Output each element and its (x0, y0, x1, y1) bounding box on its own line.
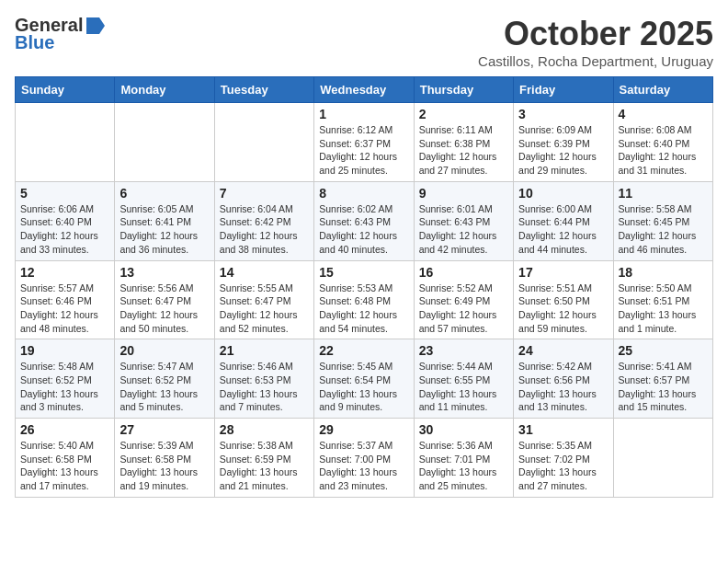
calendar-cell: 3Sunrise: 6:09 AMSunset: 6:39 PMDaylight… (514, 103, 613, 182)
day-number: 29 (319, 422, 408, 437)
day-info: Sunrise: 5:48 AMSunset: 6:52 PMDaylight:… (20, 360, 109, 414)
weekday-header-cell: Sunday (16, 77, 115, 103)
calendar-cell: 8Sunrise: 6:02 AMSunset: 6:43 PMDaylight… (314, 181, 414, 260)
calendar-cell: 30Sunrise: 5:36 AMSunset: 7:01 PMDayligh… (414, 419, 513, 498)
day-number: 27 (119, 422, 209, 437)
day-number: 23 (419, 343, 508, 358)
calendar-cell: 19Sunrise: 5:48 AMSunset: 6:52 PMDayligh… (16, 339, 115, 419)
day-number: 2 (419, 107, 508, 121)
calendar-cell: 2Sunrise: 6:11 AMSunset: 6:38 PMDaylight… (414, 103, 513, 182)
day-info: Sunrise: 5:55 AMSunset: 6:47 PMDaylight:… (220, 282, 309, 336)
day-info: Sunrise: 6:05 AMSunset: 6:41 PMDaylight:… (119, 202, 209, 257)
calendar-cell: 1Sunrise: 6:12 AMSunset: 6:37 PMDaylight… (314, 103, 414, 182)
calendar-cell: 23Sunrise: 5:44 AMSunset: 6:55 PMDayligh… (414, 339, 513, 419)
calendar-cell: 28Sunrise: 5:38 AMSunset: 6:59 PMDayligh… (214, 419, 313, 498)
calendar-cell (115, 103, 214, 182)
day-number: 3 (518, 107, 608, 121)
day-number: 30 (419, 422, 508, 437)
day-number: 24 (518, 343, 608, 358)
calendar-week-row: 19Sunrise: 5:48 AMSunset: 6:52 PMDayligh… (16, 339, 713, 419)
day-number: 12 (20, 265, 109, 280)
calendar-cell: 17Sunrise: 5:51 AMSunset: 6:50 PMDayligh… (514, 260, 613, 339)
calendar-week-row: 5Sunrise: 6:06 AMSunset: 6:40 PMDaylight… (16, 181, 713, 260)
day-info: Sunrise: 6:02 AMSunset: 6:43 PMDaylight:… (319, 202, 408, 257)
weekday-header-cell: Tuesday (214, 77, 313, 103)
day-info: Sunrise: 5:51 AMSunset: 6:50 PMDaylight:… (518, 282, 608, 336)
calendar-cell: 6Sunrise: 6:05 AMSunset: 6:41 PMDaylight… (115, 181, 214, 260)
day-info: Sunrise: 5:53 AMSunset: 6:48 PMDaylight:… (319, 282, 408, 336)
calendar-cell (16, 103, 115, 182)
calendar-cell: 5Sunrise: 6:06 AMSunset: 6:40 PMDaylight… (16, 181, 115, 260)
day-info: Sunrise: 5:57 AMSunset: 6:46 PMDaylight:… (20, 282, 109, 336)
calendar-cell: 7Sunrise: 6:04 AMSunset: 6:42 PMDaylight… (214, 181, 313, 260)
logo-icon (85, 16, 105, 36)
logo: General Blue (15, 15, 105, 53)
calendar-cell: 4Sunrise: 6:08 AMSunset: 6:40 PMDaylight… (613, 103, 712, 182)
svg-marker-0 (86, 17, 105, 34)
calendar-cell: 14Sunrise: 5:55 AMSunset: 6:47 PMDayligh… (214, 260, 313, 339)
calendar-cell: 18Sunrise: 5:50 AMSunset: 6:51 PMDayligh… (613, 260, 712, 339)
day-info: Sunrise: 5:45 AMSunset: 6:54 PMDaylight:… (319, 360, 408, 414)
calendar-cell: 31Sunrise: 5:35 AMSunset: 7:02 PMDayligh… (514, 419, 613, 498)
day-info: Sunrise: 5:52 AMSunset: 6:49 PMDaylight:… (419, 282, 508, 336)
day-number: 20 (119, 343, 209, 358)
day-info: Sunrise: 5:42 AMSunset: 6:56 PMDaylight:… (518, 360, 608, 414)
day-number: 25 (619, 343, 708, 358)
weekday-header-cell: Monday (115, 77, 214, 103)
day-info: Sunrise: 5:40 AMSunset: 6:58 PMDaylight:… (20, 439, 109, 493)
day-number: 15 (319, 265, 408, 280)
day-info: Sunrise: 6:01 AMSunset: 6:43 PMDaylight:… (419, 202, 508, 257)
calendar-cell: 13Sunrise: 5:56 AMSunset: 6:47 PMDayligh… (115, 260, 214, 339)
day-number: 31 (518, 422, 608, 437)
day-info: Sunrise: 5:39 AMSunset: 6:58 PMDaylight:… (119, 439, 209, 493)
calendar-cell: 16Sunrise: 5:52 AMSunset: 6:49 PMDayligh… (414, 260, 513, 339)
page-header: General Blue October 2025 Castillos, Roc… (15, 15, 713, 69)
day-info: Sunrise: 5:38 AMSunset: 6:59 PMDaylight:… (220, 439, 309, 493)
month-title: October 2025 (478, 15, 713, 53)
day-info: Sunrise: 5:56 AMSunset: 6:47 PMDaylight:… (119, 282, 209, 336)
calendar-cell: 26Sunrise: 5:40 AMSunset: 6:58 PMDayligh… (16, 419, 115, 498)
day-number: 22 (319, 343, 408, 358)
day-number: 19 (20, 343, 109, 358)
day-number: 13 (119, 265, 209, 280)
day-number: 16 (419, 265, 508, 280)
day-number: 28 (220, 422, 309, 437)
weekday-header-cell: Saturday (613, 77, 712, 103)
weekday-header-cell: Wednesday (314, 77, 414, 103)
day-info: Sunrise: 6:08 AMSunset: 6:40 PMDaylight:… (619, 123, 708, 178)
weekday-header-cell: Thursday (414, 77, 513, 103)
title-area: October 2025 Castillos, Rocha Department… (478, 15, 713, 69)
day-info: Sunrise: 6:11 AMSunset: 6:38 PMDaylight:… (419, 123, 508, 178)
calendar-cell: 15Sunrise: 5:53 AMSunset: 6:48 PMDayligh… (314, 260, 414, 339)
day-info: Sunrise: 6:00 AMSunset: 6:44 PMDaylight:… (518, 202, 608, 257)
calendar-cell: 10Sunrise: 6:00 AMSunset: 6:44 PMDayligh… (514, 181, 613, 260)
day-number: 1 (319, 107, 408, 121)
calendar-cell: 22Sunrise: 5:45 AMSunset: 6:54 PMDayligh… (314, 339, 414, 419)
day-number: 21 (220, 343, 309, 358)
calendar-body: 1Sunrise: 6:12 AMSunset: 6:37 PMDaylight… (16, 103, 713, 498)
calendar-cell: 25Sunrise: 5:41 AMSunset: 6:57 PMDayligh… (613, 339, 712, 419)
day-number: 4 (619, 107, 708, 121)
day-info: Sunrise: 6:04 AMSunset: 6:42 PMDaylight:… (220, 202, 309, 257)
logo-blue-text: Blue (15, 32, 54, 53)
calendar-cell: 9Sunrise: 6:01 AMSunset: 6:43 PMDaylight… (414, 181, 513, 260)
calendar-table: SundayMondayTuesdayWednesdayThursdayFrid… (15, 76, 713, 498)
calendar-cell: 24Sunrise: 5:42 AMSunset: 6:56 PMDayligh… (514, 339, 613, 419)
day-number: 6 (119, 186, 209, 201)
calendar-week-row: 12Sunrise: 5:57 AMSunset: 6:46 PMDayligh… (16, 260, 713, 339)
day-info: Sunrise: 5:35 AMSunset: 7:02 PMDaylight:… (518, 439, 608, 493)
day-info: Sunrise: 6:06 AMSunset: 6:40 PMDaylight:… (20, 202, 109, 257)
day-number: 5 (20, 186, 109, 201)
day-info: Sunrise: 5:37 AMSunset: 7:00 PMDaylight:… (319, 439, 408, 493)
day-info: Sunrise: 5:50 AMSunset: 6:51 PMDaylight:… (619, 282, 708, 336)
day-number: 14 (220, 265, 309, 280)
calendar-week-row: 1Sunrise: 6:12 AMSunset: 6:37 PMDaylight… (16, 103, 713, 182)
day-number: 18 (619, 265, 708, 280)
location-subtitle: Castillos, Rocha Department, Uruguay (478, 53, 713, 69)
day-number: 17 (518, 265, 608, 280)
calendar-cell (613, 419, 712, 498)
calendar-cell: 27Sunrise: 5:39 AMSunset: 6:58 PMDayligh… (115, 419, 214, 498)
day-number: 8 (319, 186, 408, 201)
day-number: 10 (518, 186, 608, 201)
day-number: 11 (619, 186, 708, 201)
